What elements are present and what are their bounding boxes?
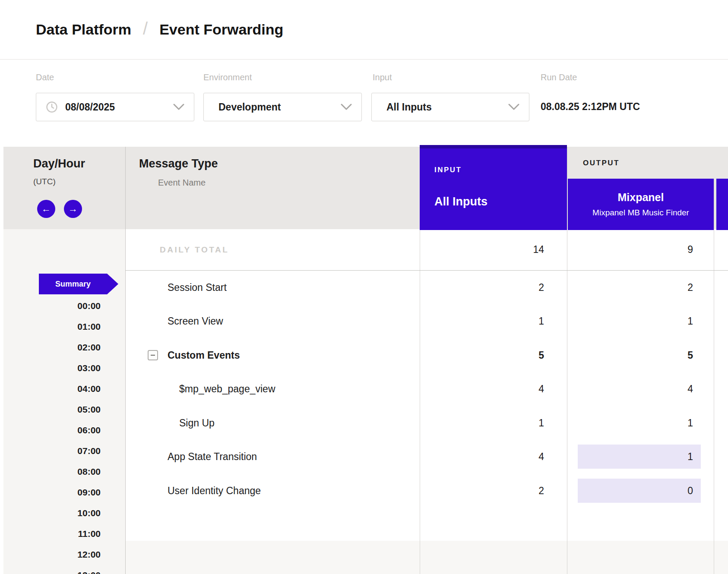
table-row-mp-web-page-view: $mp_web_page_view 4 4 xyxy=(125,372,728,406)
grid-footer-area xyxy=(125,541,728,574)
hour-row-label[interactable]: 02:00 xyxy=(3,337,101,358)
daily-total-input-value: 14 xyxy=(420,229,544,270)
date-filter-label: Date xyxy=(36,73,54,82)
input-eyebrow: INPUT xyxy=(434,166,462,174)
input-count: 4 xyxy=(420,440,544,473)
event-label: User Identity Change xyxy=(168,485,261,497)
page-title: Event Forwarding xyxy=(159,21,283,38)
hour-row-label[interactable]: 10:00 xyxy=(3,503,101,524)
message-type-header: Message Type xyxy=(139,157,218,170)
environment-value: Development xyxy=(218,101,281,113)
output-connection-name: Mixpanel xyxy=(618,191,664,204)
environment-dropdown[interactable]: Development xyxy=(203,93,362,121)
event-label: App State Transition xyxy=(168,451,257,463)
next-output-column-partial xyxy=(716,179,728,230)
hour-row-label[interactable]: 00:00 xyxy=(3,296,101,316)
hour-row-label[interactable]: 05:00 xyxy=(3,399,101,420)
event-label: $mp_web_page_view xyxy=(179,383,275,395)
input-dropdown[interactable]: All Inputs xyxy=(371,93,529,121)
hour-row-label[interactable]: 09:00 xyxy=(3,482,101,503)
output-count: 1 xyxy=(567,440,693,473)
table-row-session-start: Session Start 2 2 xyxy=(125,271,728,304)
output-eyebrow: OUTPUT xyxy=(583,159,620,167)
next-day-button[interactable]: → xyxy=(64,200,82,218)
input-count: 2 xyxy=(420,474,544,508)
output-count: 1 xyxy=(567,406,693,440)
output-count: 2 xyxy=(567,271,693,304)
hour-row-label[interactable]: 01:00 xyxy=(3,316,101,337)
output-count: 0 xyxy=(567,474,693,508)
run-date-label: Run Date xyxy=(541,73,577,82)
output-count: 5 xyxy=(567,338,693,372)
breadcrumb-section[interactable]: Data Platform xyxy=(36,21,131,38)
hour-row-label[interactable]: 12:00 xyxy=(3,544,101,565)
input-count: 4 xyxy=(420,372,544,406)
input-value: All Inputs xyxy=(386,101,432,113)
clock-icon xyxy=(46,101,58,113)
hour-list: 00:00 01:00 02:00 03:00 04:00 05:00 06:0… xyxy=(3,296,101,574)
output-column-header: Mixpanel Mixpanel MB Music Finder xyxy=(568,179,714,230)
chevron-down-icon xyxy=(508,104,519,110)
table-row-sign-up: Sign Up 1 1 xyxy=(125,406,728,440)
input-count: 1 xyxy=(420,406,544,440)
hour-row-label[interactable]: 11:00 xyxy=(3,524,101,544)
event-name-subheader: Event Name xyxy=(158,178,206,188)
hour-row-label[interactable]: 06:00 xyxy=(3,420,101,441)
table-row-screen-view: Screen View 1 1 xyxy=(125,304,728,338)
input-column-header: INPUT All Inputs xyxy=(420,145,567,230)
breadcrumb: Data Platform / Event Forwarding xyxy=(36,0,283,59)
environment-filter-label: Environment xyxy=(203,73,252,82)
table-row-user-identity-change: User Identity Change 2 0 xyxy=(125,474,728,508)
input-filter-label: Input xyxy=(373,73,392,82)
collapse-minus-icon[interactable] xyxy=(148,350,158,360)
table-row-custom-events: Custom Events 5 5 xyxy=(125,338,728,372)
output-connection-subtitle: Mixpanel MB Music Finder xyxy=(592,208,689,218)
date-dropdown[interactable]: 08/08/2025 xyxy=(36,93,194,121)
daily-total-output-value: 9 xyxy=(567,229,693,270)
chevron-down-icon xyxy=(341,104,352,110)
day-hour-timezone: (UTC) xyxy=(33,177,56,186)
hour-row-label[interactable]: 03:00 xyxy=(3,358,101,378)
run-date-value: 08.08.25 2:12PM UTC xyxy=(541,101,640,113)
chevron-down-icon xyxy=(173,104,184,110)
day-hour-header: Day/Hour xyxy=(33,157,85,170)
daily-total-label: DAILY TOTAL xyxy=(160,245,229,255)
arrow-left-icon: ← xyxy=(41,203,51,214)
previous-day-button[interactable]: ← xyxy=(37,200,55,218)
date-value: 08/08/2025 xyxy=(65,101,115,113)
output-count: 1 xyxy=(567,304,693,338)
event-label: Session Start xyxy=(168,282,227,293)
hour-row-label[interactable]: 07:00 xyxy=(3,441,101,461)
hour-row-label[interactable]: 13:00 xyxy=(3,565,101,574)
event-label: Custom Events xyxy=(168,350,240,361)
hour-row-label[interactable]: 04:00 xyxy=(3,378,101,399)
summary-label: Summary xyxy=(55,280,91,289)
event-label: Sign Up xyxy=(179,417,215,429)
input-count: 2 xyxy=(420,271,544,304)
output-count: 4 xyxy=(567,372,693,406)
arrow-right-icon: → xyxy=(68,203,78,214)
breadcrumb-separator: / xyxy=(143,19,148,38)
input-column-title: All Inputs xyxy=(434,195,487,208)
summary-selector-badge[interactable]: Summary xyxy=(39,274,118,294)
input-count: 5 xyxy=(420,338,544,372)
event-label: Screen View xyxy=(168,315,223,327)
daily-total-row: DAILY TOTAL 14 9 xyxy=(125,229,728,271)
hour-row-label[interactable]: 08:00 xyxy=(3,461,101,482)
table-row-app-state-transition: App State Transition 4 1 xyxy=(125,440,728,473)
input-count: 1 xyxy=(420,304,544,338)
